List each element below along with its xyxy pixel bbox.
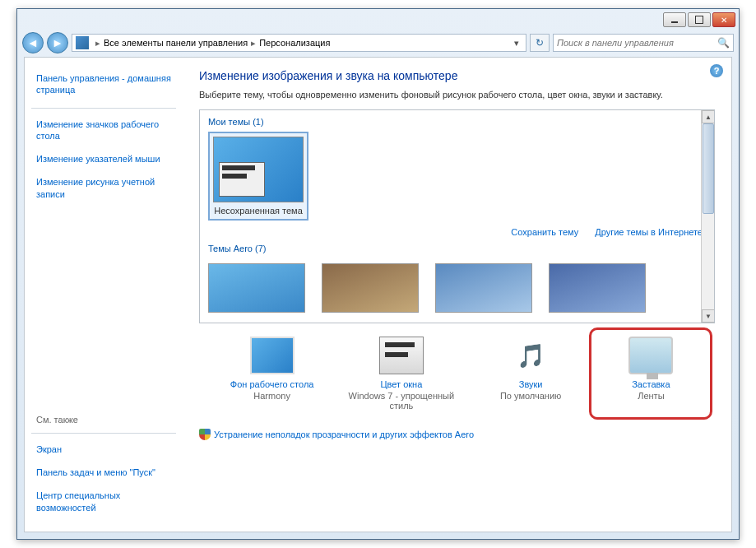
- setting-title: Фон рабочего стола: [230, 379, 314, 389]
- see-also-accessibility[interactable]: Центр специальных возможностей: [31, 486, 176, 517]
- settings-row: Фон рабочего стола Harmony Цвет окна Win…: [199, 337, 715, 411]
- breadcrumb-2[interactable]: Персонализация: [259, 38, 330, 48]
- titlebar: ✕: [17, 9, 739, 30]
- desktop-bg-icon: [250, 337, 295, 374]
- setting-value: Harmony: [253, 391, 290, 401]
- address-dropdown[interactable]: ▾: [511, 38, 522, 49]
- sidebar-link-icons[interactable]: Изменение значков рабочего стола: [31, 115, 176, 146]
- sidebar-home-link[interactable]: Панель управления - домашняя страница: [31, 67, 176, 100]
- sidebar: Панель управления - домашняя страница Из…: [25, 58, 183, 532]
- breadcrumb-1[interactable]: Все элементы панели управления: [104, 38, 248, 48]
- help-icon[interactable]: ?: [710, 64, 723, 77]
- setting-value: По умолчанию: [500, 391, 561, 401]
- scrollbar[interactable]: ▲ ▼: [701, 110, 714, 323]
- minimize-button[interactable]: [663, 12, 686, 27]
- search-input[interactable]: [557, 38, 717, 48]
- shield-icon: [199, 429, 211, 440]
- main-panel: ? Изменение изображения и звука на компь…: [183, 58, 731, 532]
- divider: [31, 108, 176, 109]
- search-icon[interactable]: 🔍: [717, 37, 730, 49]
- scroll-down[interactable]: ▼: [702, 309, 715, 323]
- control-panel-icon: [76, 36, 89, 49]
- window-color-icon: [379, 337, 424, 374]
- page-subtext: Выберите тему, чтобы одновременно измени…: [199, 89, 715, 101]
- theme-label: Несохраненная тема: [213, 206, 304, 216]
- sidebar-link-account-pic[interactable]: Изменение рисунка учетной записи: [31, 173, 176, 203]
- see-also-display[interactable]: Экран: [31, 440, 176, 458]
- forward-button[interactable]: ►: [47, 32, 68, 53]
- sounds-icon: 🎵: [508, 337, 553, 374]
- maximize-button[interactable]: [688, 12, 711, 27]
- online-themes-link[interactable]: Другие темы в Интернете: [595, 227, 703, 237]
- see-also-label: См. также: [31, 410, 176, 430]
- setting-screensaver[interactable]: Заставка Ленты: [589, 327, 712, 420]
- aero-theme-2[interactable]: [322, 263, 419, 313]
- personalization-window: ✕ ◄ ► ▸ Все элементы панели управления ▸…: [16, 8, 740, 540]
- content: Панель управления - домашняя страница Из…: [24, 57, 732, 532]
- my-themes-label: Мои темы (1): [208, 117, 706, 127]
- setting-title: Цвет окна: [380, 379, 422, 389]
- see-also-taskbar[interactable]: Панель задач и меню "Пуск": [31, 463, 176, 481]
- aero-theme-3[interactable]: [435, 263, 532, 313]
- divider: [31, 433, 176, 434]
- setting-title: Звуки: [519, 379, 543, 389]
- theme-unsaved[interactable]: Несохраненная тема: [208, 132, 308, 221]
- save-theme-link[interactable]: Сохранить тему: [511, 227, 578, 237]
- aero-theme-4[interactable]: [549, 263, 646, 313]
- setting-title: Заставка: [632, 379, 670, 389]
- aero-troubleshoot-text: Устранение неполадок прозрачности и друг…: [214, 430, 474, 439]
- setting-window-color[interactable]: Цвет окна Windows 7 - упрощенный стиль: [340, 337, 463, 411]
- close-button[interactable]: ✕: [712, 12, 735, 27]
- address-bar[interactable]: ▸ Все элементы панели управления ▸ Персо…: [72, 34, 526, 52]
- breadcrumb-sep: ▸: [251, 38, 256, 49]
- navbar: ◄ ► ▸ Все элементы панели управления ▸ П…: [17, 30, 739, 55]
- setting-value: Windows 7 - упрощенный стиль: [340, 391, 463, 411]
- setting-desktop-bg[interactable]: Фон рабочего стола Harmony: [211, 337, 334, 411]
- setting-value: Ленты: [638, 391, 664, 401]
- theme-thumbnail: [213, 137, 304, 202]
- back-button[interactable]: ◄: [22, 32, 44, 53]
- sidebar-link-cursors[interactable]: Изменение указателей мыши: [31, 150, 176, 168]
- aero-theme-1[interactable]: [208, 263, 305, 313]
- screensaver-icon: [628, 337, 673, 374]
- aero-themes-row: [208, 258, 706, 313]
- search-box[interactable]: 🔍: [553, 34, 734, 52]
- page-heading: Изменение изображения и звука на компьют…: [199, 69, 715, 82]
- scroll-thumb[interactable]: [703, 123, 714, 214]
- refresh-button[interactable]: ↻: [530, 34, 550, 52]
- themes-box: Мои темы (1) Несохраненная тема Сохранит…: [199, 109, 715, 323]
- aero-themes-label: Темы Aero (7): [208, 244, 706, 253]
- setting-sounds[interactable]: 🎵 Звуки По умолчанию: [469, 337, 592, 411]
- aero-troubleshoot-link[interactable]: Устранение неполадок прозрачности и друг…: [199, 429, 715, 440]
- scroll-up[interactable]: ▲: [702, 110, 715, 123]
- breadcrumb-sep: ▸: [95, 38, 100, 49]
